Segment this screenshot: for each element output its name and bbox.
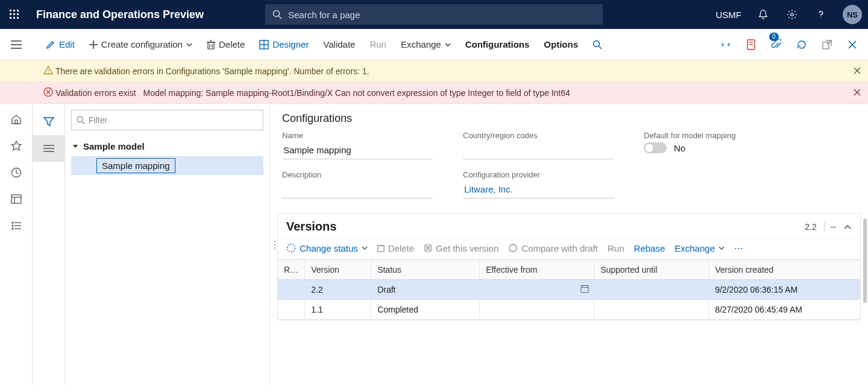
- rail-recent-icon[interactable]: [0, 159, 33, 186]
- svg-point-59: [288, 244, 295, 252]
- provider-value[interactable]: Litware, Inc.: [463, 182, 614, 199]
- tab-options[interactable]: Options: [536, 29, 585, 60]
- details-pane: ⋮ Configurations Name Sample mapping Des…: [270, 104, 868, 385]
- rail-home-icon[interactable]: [0, 106, 33, 133]
- get-version-label: Get this version: [436, 243, 498, 253]
- rebase-button[interactable]: Rebase: [634, 243, 665, 253]
- col-version-created[interactable]: Version created: [709, 260, 860, 280]
- cell-version-created: 8/27/2020 06:45:49 AM: [709, 300, 860, 320]
- svg-rect-43: [15, 120, 17, 124]
- user-avatar[interactable]: NS: [843, 5, 862, 24]
- chevron-down-icon: [362, 246, 368, 250]
- versions-grid: R… Version Status Effective from Support…: [278, 259, 860, 320]
- col-supported-until[interactable]: Supported until: [594, 260, 709, 280]
- create-configuration-button[interactable]: Create configuration: [82, 29, 200, 60]
- office-icon[interactable]: [740, 29, 762, 60]
- settings-icon[interactable]: [779, 0, 805, 29]
- svg-point-52: [12, 228, 13, 229]
- rail-favorites-icon[interactable]: [0, 133, 33, 159]
- page-search-button[interactable]: [585, 29, 609, 60]
- tree-node-child[interactable]: Sample mapping: [71, 156, 263, 175]
- get-version-button: Get this version: [424, 243, 498, 253]
- notifications-icon[interactable]: [750, 0, 776, 29]
- rail-workspaces-icon[interactable]: [0, 186, 33, 212]
- version-exchange-button[interactable]: Exchange: [675, 243, 725, 253]
- app-launcher-icon[interactable]: [0, 0, 29, 29]
- trash-icon: [207, 40, 215, 49]
- tree-filter-input[interactable]: Filter: [71, 110, 263, 130]
- legal-entity[interactable]: USMF: [710, 0, 748, 29]
- popout-button[interactable]: [816, 29, 838, 60]
- list-view-icon[interactable]: [33, 135, 65, 162]
- svg-rect-8: [17, 17, 19, 19]
- attachments-button[interactable]: 0: [766, 29, 787, 60]
- close-error-button[interactable]: [854, 88, 861, 98]
- scrollbar[interactable]: [863, 218, 867, 303]
- validate-button[interactable]: Validate: [316, 29, 362, 60]
- svg-rect-45: [11, 195, 21, 203]
- create-configuration-label: Create configuration: [101, 39, 183, 49]
- versions-collapse-button[interactable]: [843, 221, 852, 232]
- tab-configurations[interactable]: Configurations: [458, 29, 537, 60]
- svg-point-26: [594, 40, 600, 46]
- country-codes-value[interactable]: [463, 142, 614, 159]
- change-status-button[interactable]: Change status: [286, 243, 368, 253]
- download-icon: [424, 244, 432, 252]
- col-status[interactable]: Status: [371, 260, 480, 280]
- refresh-button[interactable]: [791, 29, 813, 60]
- help-icon[interactable]: [808, 0, 834, 29]
- table-row[interactable]: 2.2 Draft 9/2/2020 06:36:15 AM: [278, 280, 860, 300]
- table-row[interactable]: 1.1 Completed 8/27/2020 06:45:49 AM: [278, 300, 860, 320]
- col-version[interactable]: Version: [305, 260, 371, 280]
- name-value[interactable]: Sample mapping: [282, 142, 433, 159]
- compare-draft-label: Compare with draft: [521, 243, 598, 253]
- svg-rect-3: [10, 13, 11, 15]
- delete-button[interactable]: Delete: [200, 29, 252, 60]
- col-effective-from[interactable]: Effective from: [480, 260, 594, 280]
- filter-view-icon[interactable]: [33, 109, 65, 135]
- warning-text: There are validation errors in Configura…: [55, 66, 369, 76]
- description-value[interactable]: [282, 182, 433, 199]
- close-icon: [848, 40, 857, 49]
- svg-rect-1: [13, 10, 15, 11]
- more-button[interactable]: ⋯: [734, 243, 743, 253]
- search-icon: [593, 40, 602, 49]
- nav-toggle-icon[interactable]: [0, 29, 33, 60]
- edit-button[interactable]: Edit: [39, 29, 82, 60]
- cell-version-created: 9/2/2020 06:36:15 AM: [709, 280, 860, 300]
- close-warning-button[interactable]: [854, 66, 861, 76]
- svg-point-12: [820, 17, 821, 18]
- exchange-button[interactable]: Exchange: [394, 29, 458, 60]
- close-page-button[interactable]: [841, 29, 863, 60]
- versions-current: 2.2: [805, 222, 824, 232]
- cell-effective-from[interactable]: [480, 280, 594, 300]
- caret-down-icon: [72, 141, 78, 151]
- col-r[interactable]: R…: [278, 260, 305, 280]
- chevron-down-icon: [719, 246, 725, 250]
- attachments-count: 0: [769, 33, 779, 41]
- designer-button[interactable]: Designer: [252, 29, 316, 60]
- details-header: Configurations: [270, 104, 868, 125]
- calendar-icon[interactable]: [580, 285, 589, 295]
- default-mapping-toggle[interactable]: [644, 142, 667, 153]
- warning-message: There are validation errors in Configura…: [0, 60, 868, 82]
- rail-modules-icon[interactable]: [0, 212, 33, 239]
- tab-configurations-label: Configurations: [465, 39, 530, 49]
- compare-draft-button: Compare with draft: [508, 243, 598, 253]
- global-search-input[interactable]: Search for a page: [265, 4, 603, 25]
- tab-options-label: Options: [544, 39, 578, 49]
- svg-rect-5: [17, 13, 19, 15]
- personalize-icon[interactable]: [715, 29, 737, 60]
- versions-title: Versions: [286, 220, 336, 234]
- version-delete-label: Delete: [388, 243, 414, 253]
- app-title: Finance and Operations Preview: [36, 8, 204, 21]
- validate-label: Validate: [323, 39, 355, 49]
- tree-node-root[interactable]: Sample model: [71, 139, 263, 154]
- office-doc-icon: [746, 39, 756, 50]
- compare-icon: [508, 244, 518, 252]
- tree-root-label: Sample model: [83, 141, 145, 151]
- tree-child-label: Sample mapping: [96, 158, 175, 173]
- version-run-button: Run: [608, 243, 624, 253]
- link-arrows-icon: [720, 40, 731, 49]
- error-icon: [43, 87, 53, 98]
